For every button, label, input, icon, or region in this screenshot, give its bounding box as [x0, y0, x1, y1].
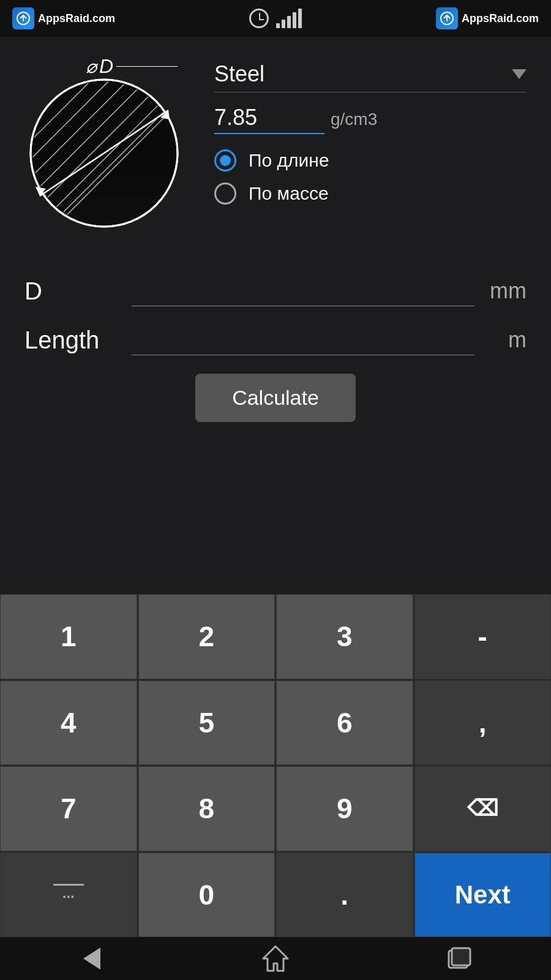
status-bar: AppsRaid.com AppsRaid.com	[0, 0, 551, 37]
radio-circle-mass	[214, 183, 236, 205]
logo-icon-right	[436, 7, 458, 29]
space-bar-line	[53, 884, 84, 886]
d-input-field[interactable]	[132, 276, 474, 306]
nav-bar	[0, 937, 551, 980]
density-input[interactable]	[214, 105, 324, 134]
key-space[interactable]: ···	[0, 853, 137, 938]
logo-icon-left	[12, 7, 34, 29]
signal-bars	[276, 9, 302, 28]
radio-circle-length	[214, 149, 236, 172]
key-0[interactable]: 0	[138, 853, 276, 938]
radio-group: По длине По массе	[214, 149, 527, 205]
logo-text-right: AppsRaid.com	[462, 12, 539, 25]
length-label: Length	[24, 326, 122, 354]
dropdown-arrow-icon	[512, 69, 527, 79]
d-unit: mm	[484, 278, 527, 304]
signal-bar-1	[276, 23, 280, 28]
nav-home-icon	[260, 943, 291, 974]
top-section: ⌀D	[24, 55, 527, 251]
density-row: g/cm3	[214, 105, 527, 134]
signal-bar-4	[293, 12, 296, 28]
logo-left: AppsRaid.com	[12, 7, 115, 29]
space-ellipsis: ···	[62, 888, 75, 905]
svg-marker-20	[263, 946, 288, 971]
key-6[interactable]: 6	[276, 680, 413, 766]
length-unit: m	[484, 327, 527, 353]
diagram-container: ⌀D	[24, 55, 196, 251]
nav-recent-icon	[444, 943, 474, 974]
key-1[interactable]: 1	[0, 594, 137, 679]
key-backspace[interactable]: ⌫	[414, 766, 552, 851]
d-input-row: D mm	[24, 276, 527, 306]
logo-text-left: AppsRaid.com	[38, 12, 115, 25]
keyboard: 1 2 3 - 4 5 6 , 7 8 9 ⌫ ··· 0 . Next	[0, 594, 551, 937]
circle-diagram-svg	[24, 74, 184, 233]
key-minus[interactable]: -	[414, 594, 552, 679]
material-section: Steel g/cm3 По длине По массе	[214, 55, 527, 205]
inputs-section: D mm Length m	[24, 276, 527, 355]
svg-rect-22	[452, 948, 470, 965]
density-unit: g/cm3	[331, 110, 377, 129]
material-name: Steel	[214, 61, 264, 87]
logo-right: AppsRaid.com	[436, 7, 539, 29]
key-2[interactable]: 2	[138, 594, 276, 679]
clock-icon	[249, 9, 269, 28]
material-dropdown[interactable]: Steel	[214, 61, 527, 92]
length-input-field[interactable]	[132, 325, 474, 355]
radio-by-mass[interactable]: По массе	[214, 183, 527, 205]
key-5[interactable]: 5	[138, 680, 276, 766]
diameter-symbol: ⌀D	[86, 55, 113, 78]
nav-recent-button[interactable]	[444, 943, 474, 974]
d-label: D	[24, 277, 122, 305]
key-7[interactable]: 7	[0, 766, 137, 851]
radio-label-mass: По массе	[249, 183, 329, 204]
signal-bar-5	[298, 9, 302, 28]
key-dot[interactable]: .	[276, 853, 413, 938]
signal-bar-2	[282, 20, 285, 28]
backspace-icon: ⌫	[467, 796, 498, 821]
key-4[interactable]: 4	[0, 680, 137, 766]
calculate-button[interactable]: Calculate	[195, 374, 356, 422]
radio-label-length: По длине	[249, 150, 329, 171]
key-comma[interactable]: ,	[414, 680, 552, 766]
nav-home-button[interactable]	[260, 943, 291, 974]
nav-back-icon	[83, 948, 100, 970]
radio-dot-length	[220, 155, 231, 166]
length-input-row: Length m	[24, 325, 527, 355]
next-button[interactable]: Next	[414, 853, 552, 938]
key-3[interactable]: 3	[276, 594, 413, 679]
key-9[interactable]: 9	[276, 766, 413, 851]
signal-bar-3	[287, 16, 291, 28]
radio-by-length[interactable]: По длине	[214, 149, 527, 172]
nav-back-button[interactable]	[77, 943, 107, 974]
status-bar-center	[249, 9, 302, 28]
key-8[interactable]: 8	[138, 766, 276, 851]
